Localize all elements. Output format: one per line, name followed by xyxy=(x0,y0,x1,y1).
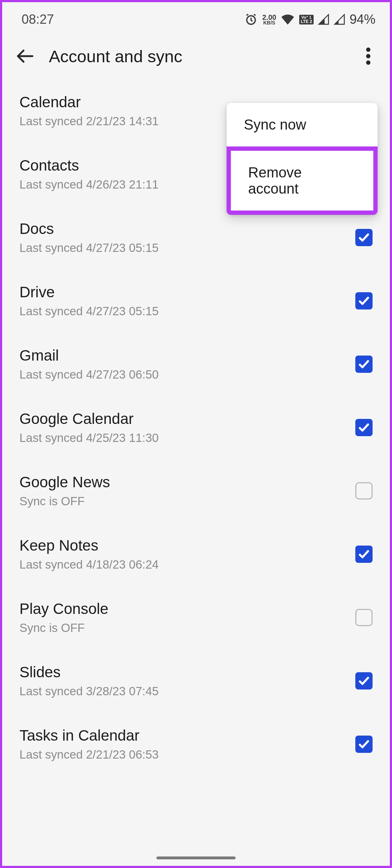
sync-row-subtitle: Last synced 4/27/23 06:50 xyxy=(19,368,159,381)
sync-checkbox[interactable] xyxy=(355,356,373,373)
sync-row[interactable]: SlidesLast synced 3/28/23 07:45 xyxy=(19,649,373,713)
sync-row-title: Tasks in Calendar xyxy=(19,727,159,744)
sync-row-text: CalendarLast synced 2/21/23 14:31 xyxy=(19,94,159,128)
overflow-menu: Sync nowRemove account xyxy=(227,103,378,215)
sync-row-subtitle: Last synced 2/21/23 06:53 xyxy=(19,748,159,761)
sync-row-subtitle: Last synced 3/28/23 07:45 xyxy=(19,684,159,698)
sync-row-title: Docs xyxy=(19,220,159,238)
sync-row-subtitle: Last synced 2/21/23 14:31 xyxy=(19,114,159,128)
sync-row-title: Slides xyxy=(19,664,159,681)
menu-sync-now[interactable]: Sync now xyxy=(227,103,378,146)
sync-row-text: ContactsLast synced 4/26/23 21:11 xyxy=(19,157,159,191)
sync-row-text: Keep NotesLast synced 4/18/23 06:24 xyxy=(19,537,159,571)
sync-row-subtitle: Last synced 4/27/23 05:15 xyxy=(19,241,159,255)
svg-point-2 xyxy=(366,48,370,52)
sync-checkbox[interactable] xyxy=(355,546,373,563)
sync-row-title: Google Calendar xyxy=(19,410,159,428)
data-rate-indicator: 2.00 KB/S xyxy=(262,14,276,25)
sync-checkbox[interactable] xyxy=(355,292,373,309)
svg-point-3 xyxy=(366,54,370,58)
sync-row-subtitle: Last synced 4/18/23 06:24 xyxy=(19,558,159,571)
sync-row[interactable]: DriveLast synced 4/27/23 05:15 xyxy=(19,269,373,333)
sync-row-subtitle: Last synced 4/25/23 11:30 xyxy=(19,431,159,445)
sync-row-text: DocsLast synced 4/27/23 05:15 xyxy=(19,220,159,255)
sync-row[interactable]: DocsLast synced 4/27/23 05:15 xyxy=(19,206,373,269)
sync-checkbox[interactable] xyxy=(355,736,373,753)
sync-checkbox[interactable] xyxy=(355,419,373,436)
signal-1-icon xyxy=(318,14,329,25)
sync-row-title: Gmail xyxy=(19,347,159,364)
sync-row-title: Keep Notes xyxy=(19,537,159,554)
sync-row-subtitle: Sync is OFF xyxy=(19,621,108,635)
sync-checkbox[interactable] xyxy=(355,609,373,626)
overflow-menu-button[interactable] xyxy=(357,45,379,67)
sync-row-text: Google CalendarLast synced 4/25/23 11:30 xyxy=(19,410,159,445)
back-button[interactable] xyxy=(14,45,36,67)
app-bar: Account and sync xyxy=(2,33,390,79)
sync-row[interactable]: Tasks in CalendarLast synced 2/21/23 06:… xyxy=(19,713,373,776)
sync-row-text: Play ConsoleSync is OFF xyxy=(19,600,108,635)
sync-row[interactable]: Google NewsSync is OFF xyxy=(19,459,373,523)
sync-row-text: GmailLast synced 4/27/23 06:50 xyxy=(19,347,159,381)
sync-row-text: SlidesLast synced 3/28/23 07:45 xyxy=(19,664,159,698)
page-title: Account and sync xyxy=(49,46,345,66)
sync-row-subtitle: Sync is OFF xyxy=(19,494,110,508)
menu-remove-account[interactable]: Remove account xyxy=(227,146,378,215)
status-time: 08:27 xyxy=(22,12,54,27)
sync-row-text: Google NewsSync is OFF xyxy=(19,474,110,508)
sync-row-title: Drive xyxy=(19,284,159,301)
sync-row[interactable]: Keep NotesLast synced 4/18/23 06:24 xyxy=(19,523,373,586)
sync-row-subtitle: Last synced 4/27/23 05:15 xyxy=(19,304,159,318)
sync-row-title: Contacts xyxy=(19,157,159,174)
sync-checkbox[interactable] xyxy=(355,672,373,690)
sync-checkbox[interactable] xyxy=(355,229,373,246)
battery-percentage: 94% xyxy=(350,12,375,27)
gesture-bar xyxy=(156,856,236,859)
sync-row[interactable]: GmailLast synced 4/27/23 06:50 xyxy=(19,333,373,396)
sync-row[interactable]: Google CalendarLast synced 4/25/23 11:30 xyxy=(19,396,373,459)
sync-row-title: Google News xyxy=(19,474,110,491)
data-rate-value: 2.00 xyxy=(262,14,276,21)
sync-row-title: Calendar xyxy=(19,94,159,111)
sync-row-title: Play Console xyxy=(19,600,108,618)
wifi-icon xyxy=(281,14,295,25)
data-rate-unit: KB/S xyxy=(263,21,275,25)
sync-row-subtitle: Last synced 4/26/23 21:11 xyxy=(19,178,159,191)
alarm-icon xyxy=(244,13,258,26)
sync-checkbox[interactable] xyxy=(355,482,373,499)
signal-2-icon xyxy=(334,14,345,25)
sync-row-text: DriveLast synced 4/27/23 05:15 xyxy=(19,284,159,318)
sync-row-text: Tasks in CalendarLast synced 2/21/23 06:… xyxy=(19,727,159,761)
status-right: 2.00 KB/S Vo“ 1 LTE 2 94% xyxy=(244,12,375,27)
svg-point-4 xyxy=(366,60,370,65)
volte-badge: Vo“ 1 LTE 2 xyxy=(299,15,314,24)
screen: 08:27 2.00 KB/S Vo“ 1 LTE 2 xyxy=(2,2,390,866)
status-bar: 08:27 2.00 KB/S Vo“ 1 LTE 2 xyxy=(2,2,390,33)
sync-row[interactable]: Play ConsoleSync is OFF xyxy=(19,586,373,649)
